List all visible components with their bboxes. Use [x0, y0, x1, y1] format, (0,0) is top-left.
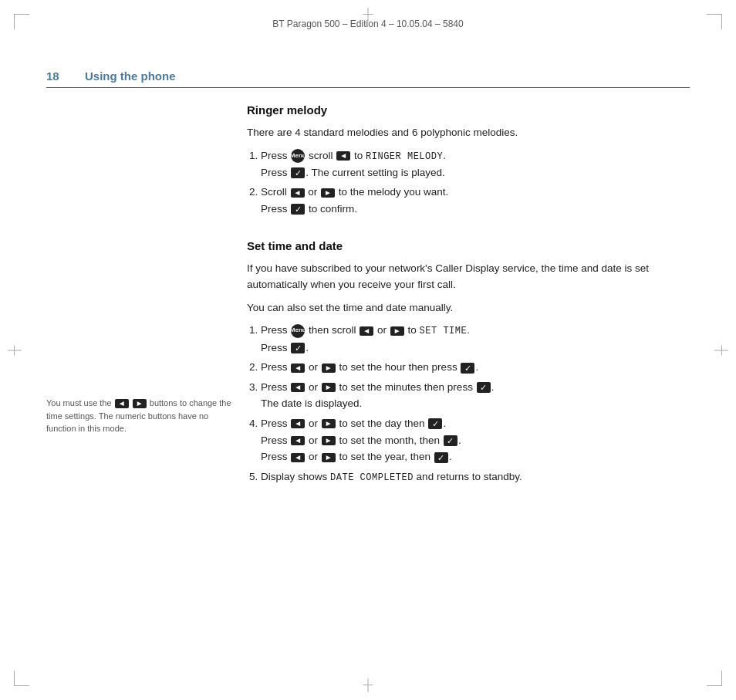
ringer-melody-section: Ringer melody There are 4 standard melod… — [247, 103, 690, 218]
nav-left-btn: ◄ — [115, 399, 129, 408]
scroll-left3-icon: ◄ — [360, 326, 373, 336]
left-btn-min: ◄ — [291, 383, 305, 392]
left-column: You must use the ◄ ► buttons to change t… — [46, 103, 247, 507]
check2-icon: ✓ — [291, 343, 305, 353]
time-step-2: Press ◄ or ► to set the hour then press … — [261, 359, 690, 376]
right-btn-year: ► — [322, 453, 336, 462]
nav-right-btn: ► — [133, 399, 147, 408]
crosshair-right-icon — [714, 350, 728, 350]
ringer-melody-title: Ringer melody — [247, 103, 690, 117]
right-btn-day: ► — [322, 419, 336, 428]
check4-icon: ✓ — [477, 382, 491, 393]
check7-icon: ✓ — [434, 452, 448, 463]
ringer-step-2: Scroll ◄ or ► to the melody you want. Pr… — [261, 184, 690, 217]
header-text: BT Paragon 500 – Edition 4 – 10.05.04 – … — [272, 19, 463, 29]
confirm-icon: ✓ — [291, 204, 305, 215]
sidebar-note: You must use the ◄ ► buttons to change t… — [46, 397, 231, 435]
page-number: 18 — [46, 69, 85, 83]
menu-button-icon: Menu — [291, 149, 305, 163]
crosshair-left-icon — [8, 350, 22, 350]
date-completed-label: DATE COMPLETED — [330, 472, 414, 483]
left-btn-year: ◄ — [291, 453, 305, 462]
ringer-melody-intro: There are 4 standard melodies and 6 poly… — [247, 124, 690, 141]
left-btn-day: ◄ — [291, 419, 305, 428]
set-time-date-intro2: You can also set the time and date manua… — [247, 299, 690, 316]
scroll-left-icon: ◄ — [336, 151, 350, 161]
corner-br — [707, 671, 722, 686]
page-header: BT Paragon 500 – Edition 4 – 10.05.04 – … — [0, 14, 736, 29]
time-step-1: Press Menu then scroll ◄ or ► to SET TIM… — [261, 322, 690, 356]
time-step-3: Press ◄ or ► to set the minutes then pre… — [261, 379, 690, 412]
time-step-5: Display shows DATE COMPLETED and returns… — [261, 468, 690, 485]
check6-icon: ✓ — [444, 435, 457, 446]
two-column-layout: You must use the ◄ ► buttons to change t… — [46, 103, 690, 507]
left-btn-hour: ◄ — [291, 364, 305, 373]
right-btn-min: ► — [322, 383, 336, 392]
ringer-step-1: Press Menu scroll ◄ to RINGER MELODY. Pr… — [261, 147, 690, 181]
scroll-left2-icon: ◄ — [291, 188, 305, 198]
set-time-label: SET TIME — [420, 326, 468, 336]
right-column: Ringer melody There are 4 standard melod… — [247, 103, 690, 507]
menu-button2-icon: Menu — [291, 324, 305, 338]
check-button-icon: ✓ — [291, 167, 305, 178]
set-time-date-steps: Press Menu then scroll ◄ or ► to SET TIM… — [261, 322, 690, 485]
corner-bl — [14, 671, 29, 686]
set-time-date-title: Set time and date — [247, 239, 690, 252]
ringer-melody-steps: Press Menu scroll ◄ to RINGER MELODY. Pr… — [261, 147, 690, 218]
check3-icon: ✓ — [461, 363, 474, 374]
right-btn-hour: ► — [322, 364, 336, 373]
time-step-4: Press ◄ or ► to set the day then ✓. Pres… — [261, 415, 690, 465]
set-time-date-section: Set time and date If you have subscribed… — [247, 239, 690, 485]
check5-icon: ✓ — [428, 418, 442, 429]
page-header-row: 18 Using the phone — [46, 69, 690, 88]
crosshair-bottom-icon — [368, 678, 369, 692]
ringer-melody-label: RINGER MELODY — [366, 151, 443, 162]
right-btn-month: ► — [322, 436, 336, 445]
chapter-title: Using the phone — [85, 69, 176, 83]
scroll-right3-icon: ► — [390, 326, 404, 336]
content-area: 18 Using the phone You must use the ◄ ► … — [46, 69, 690, 654]
scroll-right2-icon: ► — [321, 188, 335, 198]
left-btn-month: ◄ — [291, 436, 305, 445]
set-time-date-intro: If you have subscribed to your network's… — [247, 260, 690, 293]
